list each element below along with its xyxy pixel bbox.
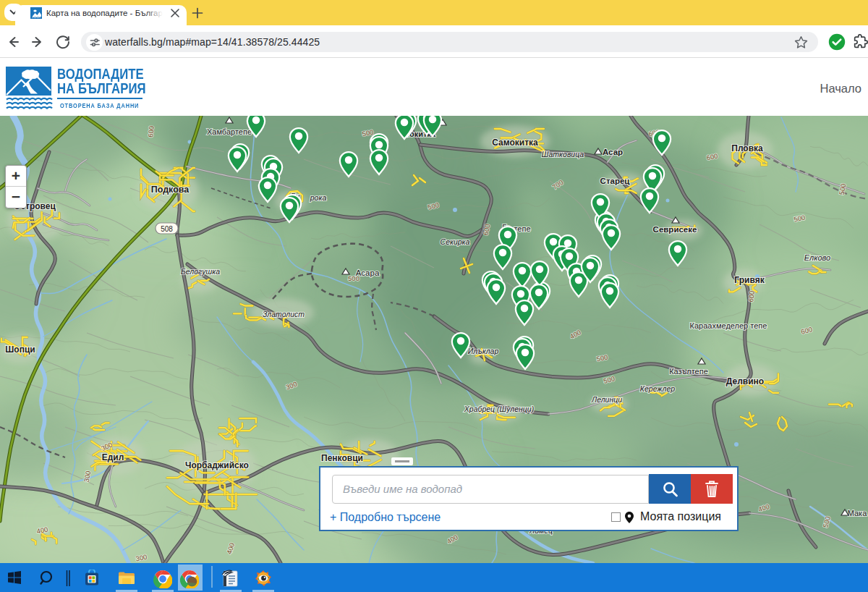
- svg-text:Лелинци: Лелинци: [591, 395, 622, 404]
- svg-text:Пенковци: Пенковци: [321, 453, 363, 463]
- svg-text:Делвино: Делвино: [726, 376, 764, 386]
- svg-text:Хамбартепе: Хамбартепе: [207, 127, 252, 136]
- svg-text:508: 508: [161, 225, 173, 233]
- svg-text:500: 500: [348, 274, 359, 282]
- svg-text:Елково: Елково: [804, 253, 830, 262]
- svg-text:Шатковица: Шатковица: [542, 150, 584, 158]
- svg-text:Пловка: Пловка: [731, 143, 763, 153]
- svg-text:Секирка: Секирка: [441, 237, 470, 246]
- svg-text:Чорбаджийско: Чорбаджийско: [185, 460, 249, 470]
- svg-text:Казълтепе: Казълтепе: [669, 367, 708, 376]
- svg-text:Мака: Мака: [848, 509, 867, 517]
- svg-text:Севрисеке: Севрисеке: [653, 225, 697, 234]
- svg-text:Подкова: Подкова: [151, 185, 190, 195]
- svg-text:рока: рока: [310, 193, 327, 202]
- svg-text:Илъклар: Илъклар: [468, 347, 499, 355]
- svg-text:600: 600: [146, 125, 155, 138]
- svg-text:Асар: Асар: [603, 148, 623, 156]
- svg-text:Старец: Старец: [600, 177, 630, 185]
- svg-text:Едил: Едил: [102, 452, 124, 462]
- svg-text:Кережлер: Кережлер: [640, 384, 676, 393]
- svg-text:Храбрец (Шуленци): Храбрец (Шуленци): [464, 405, 534, 413]
- svg-text:Шопци: Шопци: [5, 344, 35, 355]
- svg-text:Самокитка: Самокитка: [492, 138, 538, 148]
- svg-text:Караахмеделер тепе: Караахмеделер тепе: [690, 321, 767, 330]
- svg-text:600: 600: [746, 290, 756, 303]
- svg-text:Белогушка: Белогушка: [181, 267, 220, 276]
- svg-text:Гривяк: Гривяк: [734, 275, 765, 285]
- svg-text:Златолист: Златолист: [263, 310, 305, 318]
